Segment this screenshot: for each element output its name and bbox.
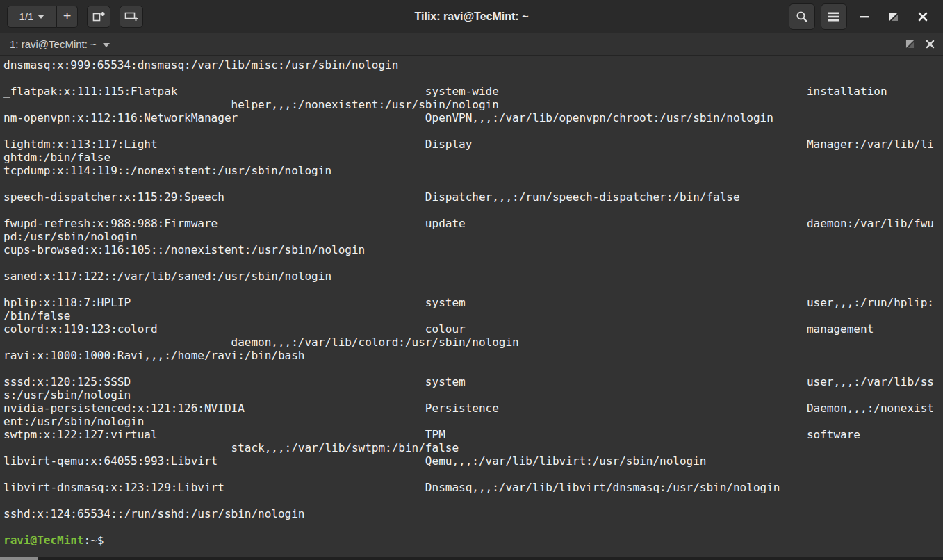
terminal-line: nvidia-persistenced:x:121:126:NVIDIA Per… (3, 402, 943, 415)
minimize-icon (860, 12, 869, 22)
terminal-line: ent:/usr/sbin/nologin (3, 415, 943, 428)
terminal-line: swtpm:x:122:127:virtual TPM software (3, 428, 943, 441)
titlebar[interactable]: 1/1 + (0, 0, 943, 33)
terminal-line: saned:x:117:122::/var/lib/saned:/usr/sbi… (3, 270, 943, 283)
split-terminal-right-button[interactable] (87, 6, 110, 28)
terminal-line: speech-dispatcher:x:115:29:Speech Dispat… (3, 190, 943, 204)
maximize-terminal-button[interactable] (905, 40, 915, 49)
new-session-button[interactable]: + (57, 6, 78, 28)
terminal-line (3, 362, 943, 375)
terminal-line: libvirt-qemu:x:64055:993:Libvirt Qemu,,,… (3, 454, 943, 468)
chevron-down-icon (38, 15, 44, 19)
add-terminal-down-icon (124, 11, 138, 22)
terminal-line (3, 124, 943, 138)
window-bottom-edge (0, 557, 943, 560)
terminal-line: sssd:x:120:125:SSSD system user,,,:/var/… (3, 375, 943, 388)
chevron-down-icon (103, 43, 110, 47)
terminal-line: libvirt-dnsmasq:x:123:129:Libvirt Dnsmas… (3, 481, 943, 494)
terminal-line: cups-browsed:x:116:105::/nonexistent:/us… (3, 243, 943, 256)
terminal-title: 1: ravi@TecMint: ~ (10, 38, 97, 50)
terminal-line (3, 494, 943, 507)
terminal-line (3, 283, 943, 296)
terminal-line: tcpdump:x:114:119::/nonexistent:/usr/sbi… (3, 164, 943, 177)
terminal-line: pd:/usr/sbin/nologin (3, 230, 943, 243)
prompt-user-host: ravi@TecMint (3, 534, 84, 547)
terminal-line: stack,,,:/var/lib/swtpm:/bin/false (3, 441, 943, 454)
minimize-button[interactable] (853, 3, 876, 30)
terminal-line: ghtdm:/bin/false (3, 151, 943, 164)
terminal-line: s:/usr/sbin/nologin (3, 388, 943, 402)
terminal-line: hplip:x:118:7:HPLIP system user,,,:/run/… (3, 296, 943, 309)
plus-icon: + (63, 8, 72, 24)
terminal-tab-bar: 1: ravi@TecMint: ~ (0, 33, 943, 56)
resize-grip[interactable] (0, 557, 38, 560)
terminal-line (3, 256, 943, 270)
terminal-title-dropdown[interactable]: 1: ravi@TecMint: ~ (10, 38, 110, 50)
session-selector-button[interactable]: 1/1 (7, 6, 57, 28)
terminal-line: fwupd-refresh:x:988:988:Firmware update … (3, 217, 943, 230)
terminal-line: ravi:x:1000:1000:Ravi,,,:/home/ravi:/bin… (3, 349, 943, 362)
close-button[interactable] (911, 3, 935, 30)
hamburger-menu-icon (828, 12, 840, 22)
search-icon (796, 10, 808, 23)
terminal-line: nm-openvpn:x:112:116:NetworkManager Open… (3, 111, 943, 124)
terminal-line (3, 520, 943, 534)
terminal-line: /bin/false (3, 309, 943, 322)
shell-prompt: ravi@TecMint:~$ (3, 534, 943, 547)
add-terminal-right-icon (92, 11, 105, 22)
terminal-line: colord:x:119:123:colord colour managemen… (3, 322, 943, 336)
session-indicator: 1/1 (19, 10, 34, 22)
terminal-line: daemon,,,:/var/lib/colord:/usr/sbin/nolo… (3, 336, 943, 349)
terminal-line (3, 468, 943, 481)
terminal-line: sshd:x:124:65534::/run/sshd:/usr/sbin/no… (3, 507, 943, 520)
terminal-line: _flatpak:x:111:115:Flatpak system-wide i… (3, 85, 943, 98)
terminal-output-area[interactable]: dnsmasq:x:999:65534:dnsmasq:/var/lib/mis… (0, 56, 943, 560)
search-button[interactable] (789, 3, 815, 30)
restore-window-icon (889, 12, 899, 22)
terminal-line: lightdm:x:113:117:Light Display Manager:… (3, 138, 943, 151)
prompt-suffix: :~$ (84, 534, 111, 547)
close-icon (918, 12, 928, 22)
terminal-line (3, 72, 943, 85)
terminal-line (3, 204, 943, 217)
terminal-line: dnsmasq:x:999:65534:dnsmasq:/var/lib/mis… (3, 58, 943, 72)
terminal-line: helper,,,:/nonexistent:/usr/sbin/nologin (3, 98, 943, 111)
close-terminal-button[interactable] (926, 40, 935, 49)
tilix-window: 1/1 + (0, 0, 943, 560)
split-terminal-down-button[interactable] (120, 6, 143, 28)
terminal-line (3, 177, 943, 190)
menu-button[interactable] (821, 3, 847, 30)
restore-button[interactable] (882, 3, 905, 30)
